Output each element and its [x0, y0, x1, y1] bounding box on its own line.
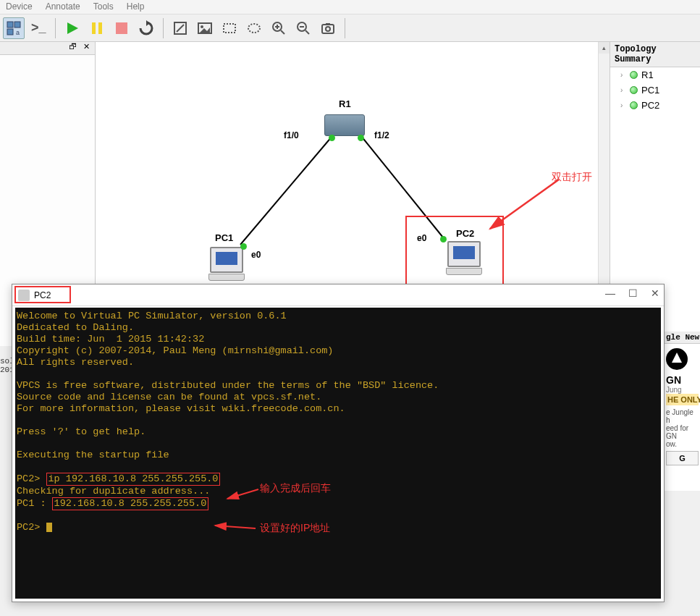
svg-point-14: [248, 24, 260, 33]
svg-rect-1: [14, 22, 20, 28]
link-status-dot: [358, 135, 364, 141]
console-button[interactable]: >_: [28, 17, 49, 39]
news-line: e Jungle h: [666, 408, 699, 424]
svg-rect-8: [116, 22, 127, 34]
chevron-right-icon[interactable]: ›: [620, 71, 626, 79]
toolbar-separator: [345, 18, 345, 38]
gns3-logo-icon: [666, 348, 688, 370]
pc1[interactable]: [210, 247, 243, 273]
left-panel-header: 🗗 ✕: [0, 42, 95, 55]
toolbar: a >_: [0, 14, 700, 42]
toolbar-separator: [55, 18, 56, 38]
menu-help[interactable]: Help: [127, 1, 145, 12]
tree-label: PC1: [641, 85, 659, 96]
toolbar-separator: [163, 18, 164, 38]
go-button[interactable]: G: [666, 451, 699, 465]
only-badge: HE ONLY: [666, 394, 699, 405]
zoom-in-button[interactable]: [268, 17, 290, 39]
play-button[interactable]: [62, 17, 83, 39]
svg-rect-13: [224, 24, 235, 33]
svg-marker-9: [146, 20, 150, 26]
svg-point-12: [201, 25, 203, 28]
tree-item-r1[interactable]: › R1: [610, 67, 700, 83]
tree-item-pc1[interactable]: › PC1: [610, 83, 700, 98]
link-status-dot: [329, 135, 335, 141]
annotation-text-enter: 输入完成后回车: [260, 482, 331, 495]
close-icon[interactable]: ✕: [81, 42, 92, 51]
news-line: eed for GN: [666, 424, 699, 440]
router-r1[interactable]: [324, 114, 365, 136]
pc1-if: e0: [251, 250, 261, 260]
tree-label: PC2: [641, 100, 659, 111]
chevron-right-icon[interactable]: ›: [620, 101, 626, 109]
menu-annotate[interactable]: Annotate: [46, 1, 80, 12]
svg-rect-24: [326, 23, 330, 25]
zoom-out-button[interactable]: [292, 17, 314, 39]
svg-point-23: [326, 27, 330, 31]
image-button[interactable]: [194, 17, 216, 39]
pc1-label: PC1: [215, 232, 233, 243]
svg-text:>_: >_: [31, 20, 46, 35]
svg-rect-6: [92, 22, 96, 34]
brand-text: GN: [666, 374, 699, 386]
ellipse-button[interactable]: [243, 17, 265, 39]
news-header: gle News: [665, 332, 700, 344]
svg-line-20: [305, 30, 309, 34]
stop-button[interactable]: [111, 17, 132, 39]
annotation-arrow: [227, 489, 258, 499]
link-r1-pc1: [240, 136, 332, 245]
note-button[interactable]: [169, 17, 191, 39]
reload-button[interactable]: [135, 17, 157, 39]
r1-if-left: f1/0: [284, 130, 299, 140]
svg-marker-5: [67, 22, 78, 34]
annotation-box-pc2: [405, 216, 504, 285]
status-dot-icon: [630, 101, 638, 109]
brand-sub: Jung: [666, 386, 699, 394]
status-dot-icon: [630, 71, 638, 79]
r1-if-right: f1/2: [374, 130, 389, 140]
svg-rect-7: [98, 22, 102, 34]
screenshot-button[interactable]: [317, 17, 339, 39]
select-tool-button[interactable]: a: [3, 17, 25, 39]
news-line: ow.: [666, 440, 699, 448]
rect-button[interactable]: [219, 17, 240, 39]
scroll-up-icon[interactable]: ▴: [599, 42, 610, 54]
menu-tools[interactable]: Tools: [93, 1, 114, 12]
router-r1-label: R1: [339, 98, 351, 109]
svg-rect-2: [7, 29, 13, 35]
svg-text:a: a: [16, 29, 20, 36]
annotation-text-ip: 设置好的IP地址: [260, 522, 330, 535]
tree-item-pc2[interactable]: › PC2: [610, 98, 700, 113]
link-status-dot: [240, 243, 247, 250]
tree-label: R1: [641, 69, 654, 80]
news-panel: gle News GN Jung HE ONLY e Jungle h eed …: [664, 332, 700, 491]
pause-button[interactable]: [86, 17, 108, 39]
pc1-base: [208, 274, 245, 281]
menu-bar: Device Annotate Tools Help: [0, 0, 700, 14]
annotation-arrow: [215, 526, 256, 528]
svg-rect-22: [322, 25, 334, 33]
menu-device[interactable]: Device: [6, 1, 33, 12]
status-dot-icon: [630, 86, 638, 94]
chevron-right-icon[interactable]: ›: [620, 86, 626, 94]
undock-icon[interactable]: 🗗: [67, 42, 79, 51]
annotation-text-dblclick: 双击打开: [552, 171, 592, 184]
svg-line-16: [281, 30, 284, 34]
svg-rect-0: [7, 22, 13, 28]
terminal-window: PC2 — ☐ ✕ Welcome to Virtual PC Simulato…: [12, 284, 665, 602]
topology-summary-title: Topology Summary: [610, 42, 700, 67]
